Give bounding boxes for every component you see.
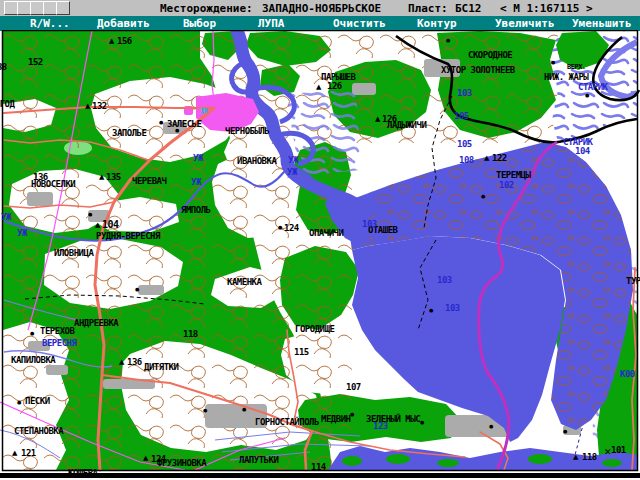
- map-canvas: [0, 30, 640, 472]
- menu-item-clear[interactable]: Очистить: [333, 17, 386, 30]
- toolbar-button-1[interactable]: [4, 1, 18, 15]
- map-viewport[interactable]: 156152138КОРОГОД132ЗАПОЛЬЕЗАЛЕСЬЕЧЕРНОБЫ…: [0, 30, 640, 472]
- gis-application-window: Месторождение: ЗАПАДНО-НОЯБРЬСКОЕ Пласт:…: [0, 0, 640, 480]
- layer-label: Пласт:: [408, 2, 448, 15]
- menu-item-magnifier[interactable]: ЛУПА: [258, 17, 285, 30]
- menu-item-contour[interactable]: Контур: [417, 17, 457, 30]
- toolbar-button-2[interactable]: [17, 1, 31, 15]
- toolbar-button-4[interactable]: [43, 1, 57, 15]
- menu-item-zoom-out[interactable]: Уменьшить: [572, 17, 632, 30]
- menu-item-rw[interactable]: R/W...: [30, 17, 70, 30]
- toolbar-button-3[interactable]: [30, 1, 44, 15]
- deposit-label: Месторождение:: [160, 2, 253, 15]
- bottom-status-bar: [0, 473, 640, 478]
- menu-item-add[interactable]: Добавить: [97, 17, 150, 30]
- deposit-value: ЗАПАДНО-НОЯБРЬСКОЕ: [262, 2, 381, 15]
- title-bar: Месторождение: ЗАПАДНО-НОЯБРЬСКОЕ Пласт:…: [0, 0, 640, 17]
- scale-indicator[interactable]: < М 1:167115 >: [500, 2, 593, 15]
- layer-value: БС12: [455, 2, 482, 15]
- contour-texture-north: [352, 31, 560, 143]
- toolbar-button-5[interactable]: [56, 1, 70, 15]
- menu-bar: R/W... Добавить Выбор ЛУПА Очистить Конт…: [0, 16, 640, 31]
- menu-item-zoom-in[interactable]: Увеличить: [495, 17, 555, 30]
- menu-item-select[interactable]: Выбор: [183, 17, 216, 30]
